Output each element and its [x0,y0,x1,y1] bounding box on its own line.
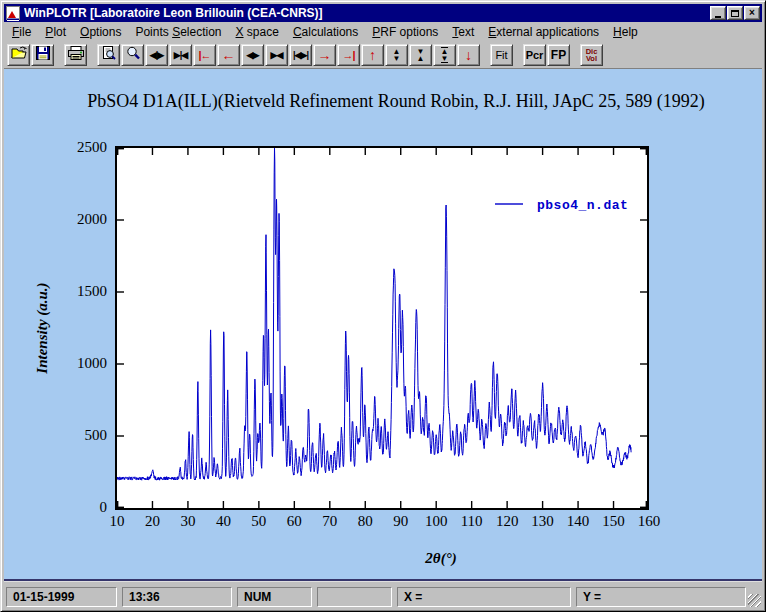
y-expand-button[interactable]: ▲▼ [433,44,456,66]
minimize-icon [715,16,721,18]
menu-text[interactable]: Text [445,23,481,41]
step-up-button[interactable]: ↑ [361,44,384,66]
x-expand-button[interactable]: ◀|▶ [145,44,168,66]
maximize-icon [731,10,739,17]
step-left-button[interactable]: ← [217,44,240,66]
spare-panel [317,587,392,607]
x-tick-110: 110 [461,513,483,530]
first-point-button[interactable]: |← [193,44,216,66]
maximize-button[interactable] [727,6,743,20]
y-updown-button[interactable]: ▲▼ [385,44,408,66]
save-button[interactable] [31,44,54,66]
time-panel: 13:36 [122,587,232,607]
numlock-panel: NUM [237,587,312,607]
last-point-button[interactable]: →| [337,44,360,66]
legend-label: pbso4_n.dat [537,198,628,213]
menu-x-space[interactable]: X space [229,23,286,41]
printer-icon [67,45,85,64]
status-bar: 01-15-199913:36NUMX =Y = [4,581,762,610]
x-expand-icon: ◀|▶ [150,50,163,60]
dicvol-icon: DicVol [586,48,598,62]
menu-bar: FilePlotOptionsPoints SelectionX spaceCa… [4,22,762,41]
x-tick-50: 50 [251,513,266,530]
fp-label: FP [551,48,566,62]
menu-file[interactable]: File [5,23,38,41]
y-tick-500: 500 [37,427,107,444]
app-icon[interactable] [6,6,20,20]
fit-label: Fit [495,49,507,61]
step-down-button[interactable]: ↓ [457,44,480,66]
step-right-button[interactable]: → [313,44,336,66]
x-tick-130: 130 [531,513,554,530]
title-bar: WinPLOTR [Laboratoire Leon Brillouin (CE… [4,4,762,22]
date-panel: 01-15-1999 [6,587,117,607]
fit-button[interactable]: Fit [490,44,513,66]
y-tick-1500: 1500 [37,283,107,300]
x-tick-10: 10 [110,513,125,530]
y-tick-2500: 2500 [37,139,107,156]
close-button[interactable]: × [744,6,760,20]
menu-options[interactable]: Options [73,23,128,41]
step-right-icon: → [318,48,332,62]
x-compress-icon: ▶|◀ [174,50,187,60]
folder-icon [10,45,28,64]
pcr-button[interactable]: Pcr [523,44,546,66]
x-tick-100: 100 [425,513,448,530]
first-point-icon: |← [198,49,210,61]
step-down-icon: ↓ [465,48,472,62]
x-tick-70: 70 [322,513,337,530]
menu-external-applications[interactable]: External applications [481,23,606,41]
x-value-panel: X = [397,587,571,607]
menu-points-selection[interactable]: Points Selection [128,23,228,41]
window-title: WinPLOTR [Laboratoire Leon Brillouin (CE… [24,6,709,20]
menu-calculations[interactable]: Calculations [286,23,365,41]
y-updown-icon: ▲▼ [393,48,401,62]
full-range-icon: |◀▶| [293,50,308,60]
diffraction-pattern-chart[interactable]: pbso4_n.dat [117,148,647,508]
x-tick-160: 160 [638,513,661,530]
toolbar: ◀|▶▶|◀|←←◀▶▶◀|◀▶|→→|↑▲▼▼▲▲▼↓FitPcrFPDicV… [4,41,762,69]
minimize-button[interactable] [710,6,726,20]
close-icon: × [749,8,755,18]
magnifier-icon [125,45,141,64]
dicvol-button[interactable]: DicVol [580,44,603,66]
plot-title: PbSO4 D1A(ILL)(Rietveld Refinement Round… [4,91,762,112]
fp-button[interactable]: FP [547,44,570,66]
winplotr-window: WinPLOTR [Laboratoire Leon Brillouin (CE… [0,0,766,612]
menu-prf-options[interactable]: PRF options [365,23,445,41]
step-up-icon: ↑ [369,48,376,62]
resize-grip[interactable] [748,594,761,607]
preview-icon [101,45,117,64]
last-point-icon: →| [342,49,354,61]
pcr-label: Pcr [526,49,544,61]
y-compress-button[interactable]: ▼▲ [409,44,432,66]
print-button[interactable] [64,44,87,66]
y-axis-label: Intensity (a.u.) [34,218,54,438]
x-tick-90: 90 [393,513,408,530]
x-tick-20: 20 [145,513,160,530]
menu-help[interactable]: Help [606,23,645,41]
x-compress-button[interactable]: ▶|◀ [169,44,192,66]
open-button[interactable] [7,44,30,66]
x-tick-60: 60 [287,513,302,530]
y-tick-0: 0 [37,499,107,516]
y-tick-2000: 2000 [37,211,107,228]
x-tick-30: 30 [180,513,195,530]
step-left-icon: ← [222,48,236,62]
menu-plot[interactable]: Plot [38,23,73,41]
x-tick-150: 150 [602,513,625,530]
plot-frame[interactable]: pbso4_n.dat [115,146,649,510]
full-range-button[interactable]: |◀▶| [289,44,312,66]
print-preview-button[interactable] [97,44,120,66]
range-out-icon: ◀▶ [247,50,259,60]
x-tick-80: 80 [358,513,373,530]
x-tick-140: 140 [567,513,590,530]
zoom-button[interactable] [121,44,144,66]
floppy-icon [35,45,51,64]
range-in-button[interactable]: ▶◀ [265,44,288,66]
range-in-icon: ▶◀ [271,50,283,60]
x-tick-120: 120 [496,513,519,530]
x-axis-label: 2θ(°) [341,550,541,567]
y-compress-icon: ▼▲ [417,48,425,62]
range-out-button[interactable]: ◀▶ [241,44,264,66]
